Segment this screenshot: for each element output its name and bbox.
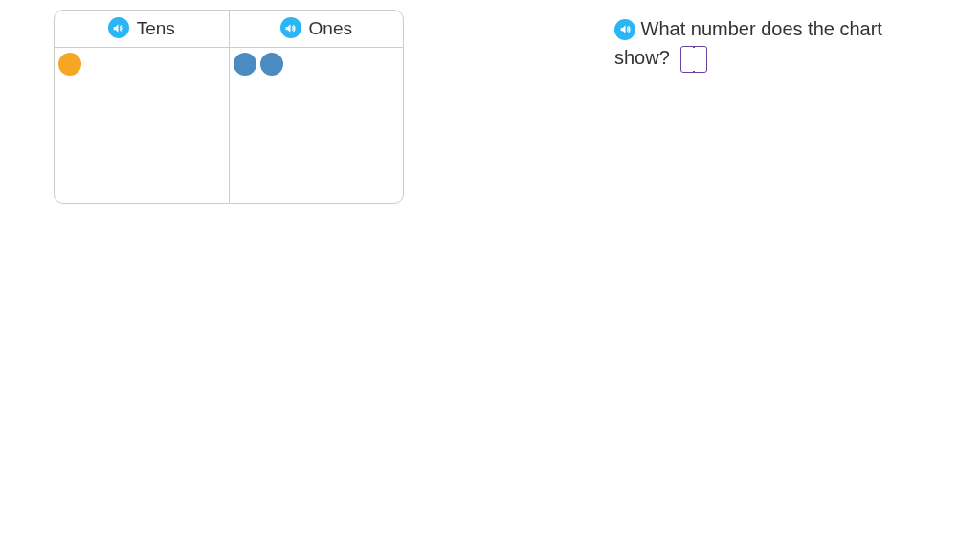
orange-dot [58,53,81,76]
main-container: Tens Ones [0,0,980,204]
chart-header: Tens Ones [55,11,403,48]
tens-label: Tens [137,18,175,39]
blue-dot [260,53,283,76]
blue-dot [234,53,256,76]
answer-input[interactable] [680,46,707,73]
ones-cell [230,48,404,203]
audio-icon[interactable] [614,19,635,40]
question-text: What number does the chart show? [614,18,882,68]
audio-icon[interactable] [280,17,301,38]
tens-header: Tens [55,11,230,47]
tens-cell [55,48,230,203]
ones-header: Ones [230,11,404,47]
ones-label: Ones [309,18,352,39]
chart-body [55,48,403,203]
place-value-chart: Tens Ones [54,10,404,204]
question-area: What number does the chart show? [614,10,892,204]
audio-icon[interactable] [108,17,129,38]
